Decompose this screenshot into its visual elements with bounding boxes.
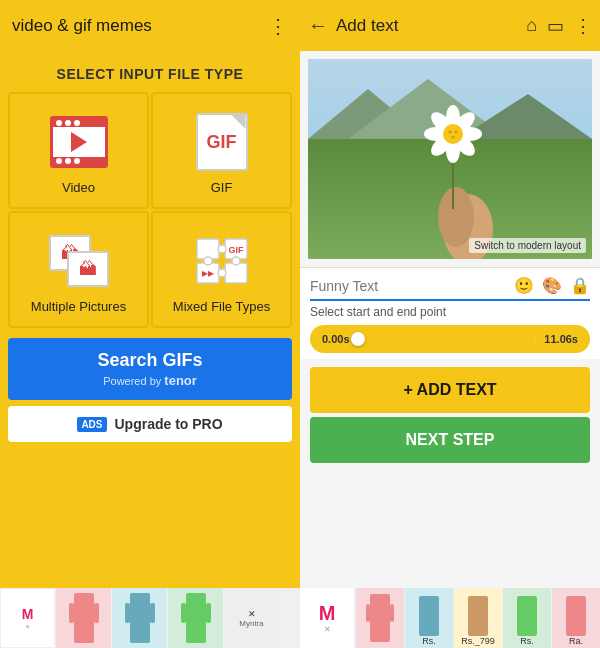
upgrade-to-pro-button[interactable]: ADS Upgrade to PRO xyxy=(8,406,292,442)
ad-banner-left: M × ✕ Myntra xyxy=(0,588,300,648)
svg-rect-45 xyxy=(517,596,537,636)
timeline-slider[interactable]: 0.00s 11.06s xyxy=(310,325,590,353)
gif-option[interactable]: GIF GIF xyxy=(151,92,292,209)
text-input-row: 🙂 🎨 🔒 xyxy=(310,276,590,301)
ad-thumb-close[interactable]: ✕ Myntra xyxy=(224,588,279,648)
text-tool-icons: 🙂 🎨 🔒 xyxy=(514,276,590,295)
svg-rect-15 xyxy=(150,603,155,623)
file-type-grid: Video GIF GIF 🏔 🏔 xyxy=(0,92,300,328)
strip-dot xyxy=(65,158,71,164)
right-more-menu-icon[interactable]: ⋮ xyxy=(574,15,592,37)
svg-text:▸▸: ▸▸ xyxy=(202,266,214,280)
gif-icon: GIF xyxy=(192,112,252,172)
price-label-4: Ra. xyxy=(569,636,583,646)
svg-point-38 xyxy=(455,131,458,134)
ad-thumb-1[interactable] xyxy=(56,588,111,648)
svg-rect-17 xyxy=(181,603,186,623)
svg-point-37 xyxy=(449,131,452,134)
range-label: Select start and end point xyxy=(310,305,590,319)
price-label-3: Rs. xyxy=(520,636,534,646)
slider-end-time: 11.06s xyxy=(544,333,578,345)
svg-point-9 xyxy=(232,257,240,265)
svg-point-39 xyxy=(452,136,455,139)
myntra-ad-right[interactable]: M ✕ xyxy=(300,588,355,648)
ads-badge: ADS xyxy=(77,417,106,432)
mixed-file-types-option[interactable]: GIF ▸▸ Mixed File Types xyxy=(151,211,292,328)
upgrade-label: Upgrade to PRO xyxy=(115,416,223,432)
right-header: ← Add text ⌂ ▭ ⋮ xyxy=(300,0,600,51)
svg-rect-40 xyxy=(370,594,390,642)
add-text-title: Add text xyxy=(336,16,518,36)
gif-text: GIF xyxy=(207,132,237,153)
svg-rect-43 xyxy=(419,596,439,636)
price-label-1: Rs. xyxy=(422,636,436,646)
strip-dot xyxy=(74,120,80,126)
funny-text-input[interactable] xyxy=(310,278,508,294)
svg-rect-13 xyxy=(130,593,150,643)
strip-dot xyxy=(56,158,62,164)
svg-rect-14 xyxy=(125,603,130,623)
modern-layout-button[interactable]: Switch to modern layout xyxy=(469,238,586,253)
video-strip-top xyxy=(53,119,105,127)
add-text-button[interactable]: + ADD TEXT xyxy=(310,367,590,413)
strip-dot xyxy=(56,120,62,126)
svg-rect-16 xyxy=(186,593,206,643)
ad-right-thumb-2[interactable]: Rs. xyxy=(405,588,453,648)
slider-thumb[interactable] xyxy=(351,332,365,346)
svg-rect-10 xyxy=(74,593,94,643)
ad-right-thumb-4[interactable]: Rs. xyxy=(503,588,551,648)
svg-text:GIF: GIF xyxy=(228,245,244,255)
lock-icon[interactable]: 🔒 xyxy=(570,276,590,295)
svg-rect-41 xyxy=(366,604,370,622)
next-step-button[interactable]: NEXT STEP xyxy=(310,417,590,463)
back-button[interactable]: ← xyxy=(308,14,328,37)
slider-fill xyxy=(358,337,537,341)
svg-point-8 xyxy=(204,257,212,265)
search-gifs-label: Search GIFs xyxy=(97,350,202,371)
svg-point-36 xyxy=(443,124,463,144)
multiple-pictures-option[interactable]: 🏔 🏔 Multiple Pictures xyxy=(8,211,149,328)
svg-rect-0 xyxy=(197,239,219,259)
paint-icon[interactable]: 🎨 xyxy=(542,276,562,295)
video-icon-box xyxy=(50,116,108,168)
play-icon xyxy=(71,132,87,152)
svg-rect-11 xyxy=(69,603,74,623)
multiple-pictures-icon: 🏔 🏔 xyxy=(49,231,109,291)
svg-rect-42 xyxy=(390,604,394,622)
mixed-file-types-label: Mixed File Types xyxy=(173,299,270,314)
left-header: video & gif memes ⋮ xyxy=(0,0,300,52)
ad-banner-right-inner: M ✕ Rs. Rs._799 Rs. Ra. xyxy=(300,588,600,648)
svg-rect-44 xyxy=(468,596,488,636)
right-panel: ← Add text ⌂ ▭ ⋮ xyxy=(300,0,600,648)
video-preview: Switch to modern layout xyxy=(308,59,592,259)
video-icon xyxy=(49,112,109,172)
gif-corner xyxy=(232,115,246,129)
ad-right-thumb-5[interactable]: Ra. xyxy=(552,588,600,648)
video-label: Video xyxy=(62,180,95,195)
ad-right-thumb-1[interactable] xyxy=(356,588,404,648)
multiple-pictures-label: Multiple Pictures xyxy=(31,299,126,314)
gif-label: GIF xyxy=(211,180,233,195)
mountain-icon-2: 🏔 xyxy=(79,259,97,280)
slider-track[interactable] xyxy=(358,337,537,341)
header-action-icons: ⌂ ▭ ⋮ xyxy=(526,15,592,37)
ad-right-thumb-3[interactable]: Rs._799 xyxy=(454,588,502,648)
strip-dot xyxy=(65,120,71,126)
svg-rect-3 xyxy=(225,263,247,283)
home-icon[interactable]: ⌂ xyxy=(526,15,537,36)
video-strip-bottom xyxy=(53,157,105,165)
pic-card-front: 🏔 xyxy=(67,251,109,287)
ad-thumb-3[interactable] xyxy=(168,588,223,648)
tenor-credit: Powered by tenor xyxy=(103,373,197,388)
myntra-ad-left[interactable]: M × xyxy=(0,588,55,648)
ad-banner-right: M ✕ Rs. Rs._799 Rs. Ra. xyxy=(300,588,600,648)
gif-icon-box: GIF xyxy=(196,113,248,171)
video-option[interactable]: Video xyxy=(8,92,149,209)
left-more-menu-icon[interactable]: ⋮ xyxy=(268,14,288,38)
ad-thumb-2[interactable] xyxy=(112,588,167,648)
text-controls-area: 🙂 🎨 🔒 Select start and end point 0.00s 1… xyxy=(300,267,600,359)
search-gifs-button[interactable]: Search GIFs Powered by tenor xyxy=(8,338,292,400)
flower-preview-image xyxy=(308,59,592,259)
emoji-icon[interactable]: 🙂 xyxy=(514,276,534,295)
layout-icon[interactable]: ▭ xyxy=(547,15,564,37)
